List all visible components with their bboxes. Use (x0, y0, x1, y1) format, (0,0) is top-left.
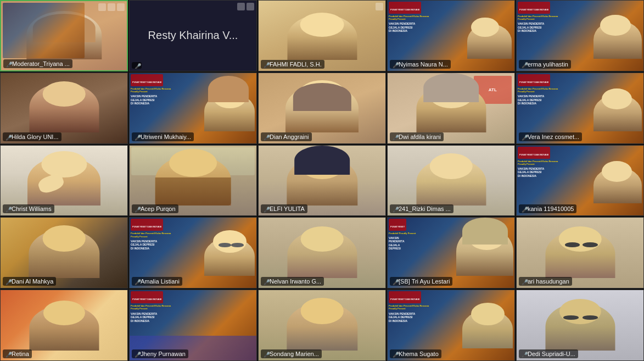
participant-name-25: 🎤 Dedi Supriadi-U... (519, 349, 578, 358)
participant-name-19: 🎤 [SB] Tri Ayu Lestari (390, 277, 452, 286)
featured-name: Resty Khairina V... (148, 29, 238, 42)
participant-name-14: 🎤 241_Rizki Dimas ... (390, 204, 453, 213)
participant-cell-4[interactable]: PUSAT RISET DAN INOVASI Produktif dan Pr… (387, 0, 515, 71)
participant-cell-14[interactable]: 🎤 241_Rizki Dimas ... (387, 145, 515, 216)
participant-name-18: 🎤 Nelvan Irwanto G... (261, 277, 324, 286)
participant-cell-11[interactable]: 🎤 Christ Williams (0, 145, 128, 216)
mic-muted-icon: 🎤 (6, 62, 10, 66)
mic-muted-icon: 🎤 (135, 63, 139, 68)
participant-cell-16[interactable]: 🎤 Dani Al Mahkya (0, 217, 128, 288)
participant-cell-10[interactable]: PUSAT RISET DAN INOVASI Produktif dan Pr… (516, 73, 644, 144)
cell-top-bar (130, 1, 256, 13)
participant-cell-5[interactable]: PUSAT RISET DAN INOVASI Produktif dan Pr… (516, 0, 644, 71)
video-grid: 🎤 Moderator_Triyana ... Resty Khairina V… (0, 0, 644, 361)
cell-top-bar (1, 1, 127, 13)
participant-cell-15[interactable]: PUSAT RISET DAN INOVASI Produktif dan Pr… (516, 145, 644, 216)
participant-cell-19[interactable]: PUSAT RISET Produktif Proudly Present VA… (387, 217, 515, 288)
participant-cell-9[interactable]: ATL 🎤 Dwi afdila kirani (387, 73, 515, 144)
participant-name-22: 🎤 Jheny Purnawan (132, 349, 188, 358)
participant-cell-18[interactable]: 🎤 Nelvan Irwanto G... (258, 217, 386, 288)
participant-name-2: 🎤 (132, 62, 142, 69)
participant-name-4: 🎤 Nyimas Naura N... (390, 60, 451, 69)
participant-cell-17[interactable]: PUSAT RISET DAN INOVASI Produktif dan Pr… (129, 217, 257, 288)
participant-cell-13[interactable]: 🎤 ELFI YULITA (258, 145, 386, 216)
participant-cell-22[interactable]: PUSAT RISET DAN INOVASI Produktif dan Pr… (129, 290, 257, 361)
cell-top-bar (259, 1, 385, 13)
participant-cell-21[interactable]: 🎤 Retina (0, 290, 128, 361)
participant-cell-23[interactable]: 🎤 Sondang Marien... (258, 290, 386, 361)
participant-name-7: 🎤 Utriweni Mukhaiy... (132, 132, 194, 141)
participant-name-9: 🎤 Dwi afdila kirani (390, 132, 444, 141)
participant-name-6: 🎤 Hilda Glory UNI... (3, 132, 61, 141)
participant-name-5: 🎤 erma yulihastin (519, 60, 571, 69)
participant-cell-1[interactable]: 🎤 Moderator_Triyana ... (0, 0, 128, 71)
participant-cell-8[interactable]: 🎤 Dian Anggraini (258, 73, 386, 144)
participant-name-8: 🎤 Dian Anggraini (261, 132, 312, 141)
participant-name-11: 🎤 Christ Williams (3, 204, 54, 213)
participant-cell-25[interactable]: 🎤 Dedi Supriadi-U... (516, 290, 644, 361)
participant-name-3: 🎤 FAHMI FADLI, S.H. (261, 60, 324, 69)
participant-name-10: 🎤 Vera Inez cosmet... (519, 132, 582, 141)
participant-cell-20[interactable]: 🎤 ari hasudungan (516, 217, 644, 288)
participant-cell-7[interactable]: PUSAT RISET DAN INOVASI Produktif dan Pr… (129, 73, 257, 144)
participant-name-1: 🎤 Moderator_Triyana ... (3, 59, 72, 68)
participant-name-15: 🎤 kania 119410005 (519, 204, 576, 213)
mic-muted-icon: 🎤 (264, 62, 268, 66)
participant-cell-24[interactable]: PUSAT RISET DAN INOVASI Produktif dan Pr… (387, 290, 515, 361)
participant-name-16: 🎤 Dani Al Mahkya (3, 277, 56, 286)
participant-name-21: 🎤 Retina (3, 349, 32, 358)
participant-cell-2[interactable]: Resty Khairina V... 🎤 (129, 0, 257, 71)
participant-name-24: 🎤 Khema Sugato (390, 349, 441, 358)
participant-cell-3[interactable]: 🎤 FAHMI FADLI, S.H. (258, 0, 386, 71)
participant-name-17: 🎤 Amalia Listiani (132, 277, 182, 286)
participant-cell-6[interactable]: 🎤 Hilda Glory UNI... (0, 73, 128, 144)
participant-name-13: 🎤 ELFI YULITA (261, 204, 307, 213)
participant-name-20: 🎤 ari hasudungan (519, 277, 572, 286)
participant-name-12: 🎤 Acep Purqon (132, 204, 178, 213)
participant-cell-12[interactable]: 🎤 Acep Purqon (129, 145, 257, 216)
participant-name-23: 🎤 Sondang Marien... (261, 349, 322, 358)
